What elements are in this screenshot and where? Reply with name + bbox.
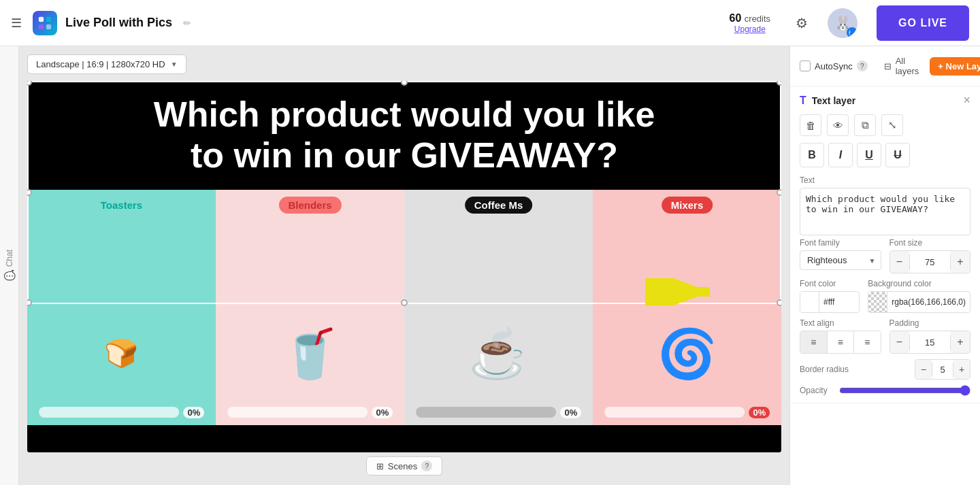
scenes-bar: ⊞ Scenes ? [27,452,781,477]
blenders-pct: 0% [372,407,393,418]
border-radius-decrease[interactable]: − [915,360,932,379]
mixers-bar [604,407,745,418]
left-sidebar: 💬 Chat [0,46,19,485]
blenders-image: 🥤 [225,303,395,405]
product-toasters[interactable]: Toasters 🍞 0% [27,190,216,425]
product-label-mixers: Mixers [662,197,713,214]
align-center-button[interactable]: ≡ [828,331,855,353]
visibility-icon[interactable]: 👁 [827,114,849,136]
bottom-bar [27,425,781,452]
padding-stepper: − 15 + [889,331,971,354]
svg-rect-2 [39,24,44,29]
question-text[interactable]: Which product would you liketo win in ou… [27,81,781,190]
credits-amount: 60 [730,12,742,24]
scenes-icon: ⊞ [376,461,384,471]
scenes-label: Scenes [388,461,417,471]
font-color-swatch[interactable]: #fff [800,291,860,313]
font-color-value: #fff [819,297,859,307]
autosync-checkbox[interactable] [800,61,811,71]
upgrade-link[interactable]: Upgrade [730,24,771,34]
resize-icon[interactable]: ⤡ [881,114,903,136]
canvas-wrap: Which product would you liketo win in ou… [27,81,781,477]
toasters-bar-wrap: 0% [39,407,205,418]
font-family-col: Font family Righteous ▼ [800,238,881,270]
text-input-label: Text [800,175,970,185]
align-left-button[interactable]: ≡ [800,331,828,353]
format-label: Landscape | 16:9 | 1280x720 HD [36,59,165,69]
settings-icon[interactable]: ⚙ [789,11,814,35]
scenes-button[interactable]: ⊞ Scenes ? [366,456,442,475]
rp-top-bar: AutoSync ? ⊟ All layers + New Layer [790,46,980,86]
text-align-group: ≡ ≡ ≡ [800,331,881,354]
autosync-help-icon[interactable]: ? [857,61,868,71]
bg-color-preview [868,292,887,312]
credits-label: credits [745,14,770,24]
text-layer-title: Text layer [812,95,855,106]
text-align-col: Text align ≡ ≡ ≡ [800,318,881,354]
padding-col: Padding − 15 + [889,318,971,354]
padding-increase[interactable]: + [951,331,970,353]
opacity-row: Opacity [800,385,970,396]
products-row: Toasters 🍞 0% Blenders 🥤 [27,190,781,425]
new-layer-button[interactable]: + New Layer [930,57,980,76]
svg-rect-1 [46,16,51,21]
border-radius-label: Border radius [800,365,911,374]
text-input[interactable] [800,188,970,235]
underline-button[interactable]: U [857,143,881,167]
italic-button[interactable]: I [828,143,853,167]
mixers-pct: 0% [749,407,770,418]
product-label-coffee: Coffee Ms [465,197,533,214]
bg-color-value: rgba(166,166,166,0) [887,297,970,307]
font-color-label: Font color [800,279,860,288]
padding-label: Padding [889,318,971,328]
all-layers-button[interactable]: ⊟ All layers [879,53,925,79]
product-blenders[interactable]: Blenders 🥤 0% [216,190,404,425]
format-selector[interactable]: Landscape | 16:9 | 1280x720 HD ▼ [27,54,186,74]
bold-button[interactable]: B [800,143,824,167]
padding-decrease[interactable]: − [890,331,909,353]
chevron-down-icon: ▼ [171,61,178,68]
go-live-button[interactable]: GO LIVE [877,5,969,41]
avatar[interactable]: 🐰 f [828,8,858,38]
coffee-image: ☕ [414,303,583,405]
svg-text:f: f [849,30,851,36]
opacity-slider[interactable] [839,385,970,396]
coffee-pct: 0% [561,407,582,418]
canvas-frame[interactable]: Which product would you liketo win in ou… [27,81,781,452]
font-family-select-wrap: Righteous ▼ [800,250,881,270]
menu-icon[interactable]: ☰ [11,16,22,31]
layer-icon-toolbar: 🗑 👁 ⧉ ⤡ [800,114,970,136]
header: ☰ Live Poll with Pics ✏ 60 credits Upgra… [0,0,980,46]
autosync-label: AutoSync [815,61,853,71]
product-mixers[interactable]: Mixers 🌀 0% [593,190,781,425]
duplicate-icon[interactable]: ⧉ [854,114,876,136]
svg-rect-0 [39,16,44,21]
product-coffee[interactable]: Coffee Ms ☕ 0% [404,190,593,425]
text-layer-type-icon: T [800,95,806,107]
font-color-preview [800,292,819,312]
coffee-bar-wrap: 0% [416,407,582,418]
credits-info: 60 credits Upgrade [730,12,771,34]
scenes-help-icon[interactable]: ? [421,461,432,471]
canvas-toolbar: Landscape | 16:9 | 1280x720 HD ▼ [27,54,781,74]
close-text-layer-button[interactable]: × [963,93,970,107]
padding-value: 15 [909,335,951,350]
border-radius-increase[interactable]: + [953,360,970,379]
app-logo [33,11,57,35]
text-layer-header: T Text layer × [800,93,970,107]
font-row: Font family Righteous ▼ Font size − 75 + [800,238,970,273]
chat-label: 💬 Chat [4,250,15,281]
strikethrough-button[interactable]: U [885,143,910,167]
delete-layer-icon[interactable]: 🗑 [800,114,821,136]
align-right-button[interactable]: ≡ [854,331,881,353]
layers-icon: ⊟ [884,61,892,71]
mixers-bar-wrap: 0% [604,407,770,418]
bg-color-swatch[interactable]: rgba(166,166,166,0) [868,291,970,313]
mixers-image: 🌀 [602,303,772,405]
font-size-increase[interactable]: + [951,251,970,273]
font-family-select[interactable]: Righteous [800,250,881,270]
edit-title-icon[interactable]: ✏ [183,18,191,29]
border-radius-value: 5 [932,363,953,377]
font-size-decrease[interactable]: − [890,251,909,273]
font-size-stepper: − 75 + [889,250,971,273]
